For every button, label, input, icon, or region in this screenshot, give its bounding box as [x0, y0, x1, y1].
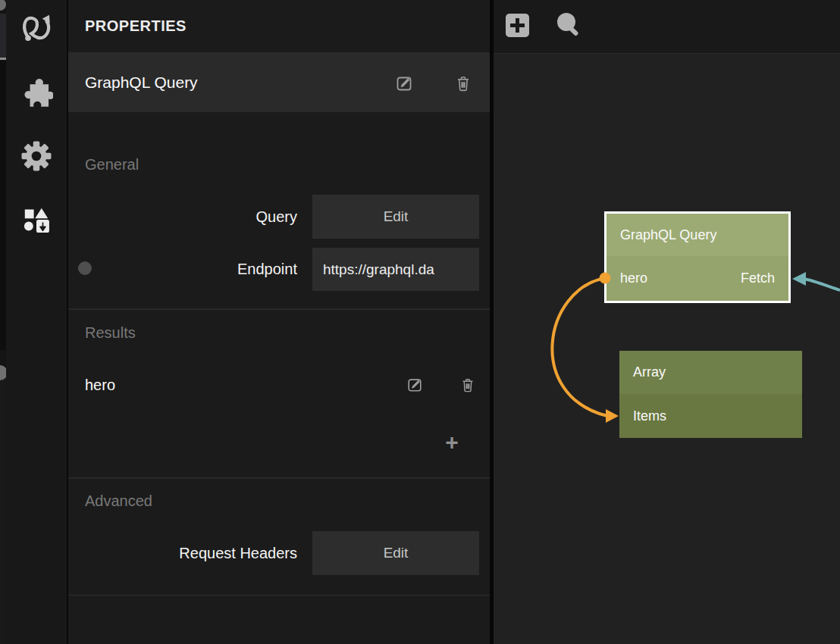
trash-icon — [459, 377, 476, 393]
node-canvas[interactable]: GraphQL Query hero Fetch Array Items — [494, 0, 840, 644]
graphql-query-node[interactable]: GraphQL Query hero Fetch — [604, 211, 791, 303]
canvas-toolbar — [494, 0, 840, 54]
query-field-label: Query — [68, 195, 297, 239]
graphql-node-ports: hero Fetch — [606, 256, 788, 301]
sliver-light-block — [0, 14, 6, 58]
graphql-node-title: GraphQL Query — [606, 214, 788, 256]
search-icon — [556, 12, 581, 38]
section-divider — [68, 308, 490, 310]
plus-square-icon — [505, 13, 530, 38]
components-tab-button[interactable] — [20, 203, 53, 236]
port-items[interactable]: Items — [633, 408, 666, 424]
general-section-label: General — [85, 156, 139, 174]
trash-icon — [454, 74, 472, 92]
delete-node-button[interactable] — [454, 74, 472, 95]
connections-layer — [494, 0, 840, 644]
endpoint-field-label: Endpoint — [68, 248, 297, 291]
array-node[interactable]: Array Items — [619, 351, 802, 438]
sliver-lower-section — [0, 379, 6, 644]
node-graph-tab-button[interactable] — [20, 10, 53, 43]
edit-icon — [406, 377, 423, 393]
results-section-label: Results — [85, 324, 136, 342]
puzzle-piece-icon — [20, 77, 53, 110]
settings-tab-button[interactable] — [20, 139, 53, 173]
icon-sidebar — [6, 0, 68, 644]
add-node-button[interactable] — [504, 12, 530, 38]
endpoint-input[interactable] — [312, 248, 479, 291]
edit-icon — [395, 74, 413, 92]
node-graph-icon — [20, 10, 53, 43]
section-divider — [68, 595, 490, 596]
port-hero[interactable]: hero — [620, 270, 647, 286]
section-divider — [68, 477, 490, 479]
rename-node-button[interactable] — [395, 74, 413, 95]
array-node-ports: Items — [619, 394, 802, 438]
gear-icon — [20, 139, 53, 173]
array-node-title: Array — [619, 351, 802, 394]
port-fetch[interactable]: Fetch — [741, 270, 775, 286]
selected-node-label: GraphQL Query — [85, 52, 198, 112]
panel-title: PROPERTIES — [85, 0, 186, 52]
background-panel-sliver — [0, 0, 6, 644]
connection-offscreen-to-fetch[interactable] — [792, 272, 840, 290]
properties-panel: PROPERTIES GraphQL Query General Query — [68, 0, 490, 644]
result-item-label: hero — [85, 364, 115, 406]
query-edit-button[interactable]: Edit — [312, 195, 479, 239]
edit-result-button[interactable] — [406, 377, 423, 396]
sliver-dark-section — [0, 61, 6, 350]
search-button[interactable] — [556, 12, 581, 38]
request-headers-label: Request Headers — [68, 531, 297, 575]
selected-node-row[interactable]: GraphQL Query — [68, 52, 490, 112]
delete-result-button[interactable] — [459, 377, 476, 396]
request-headers-edit-button[interactable]: Edit — [312, 531, 479, 575]
add-result-button[interactable]: + — [441, 429, 462, 456]
plugins-tab-button[interactable] — [20, 77, 53, 110]
advanced-section-label: Advanced — [85, 492, 152, 510]
sliver-divider — [0, 58, 6, 60]
app-root: PROPERTIES GraphQL Query General Query — [0, 0, 840, 644]
sliver-knob-top — [0, 0, 6, 11]
components-icon — [20, 203, 53, 236]
